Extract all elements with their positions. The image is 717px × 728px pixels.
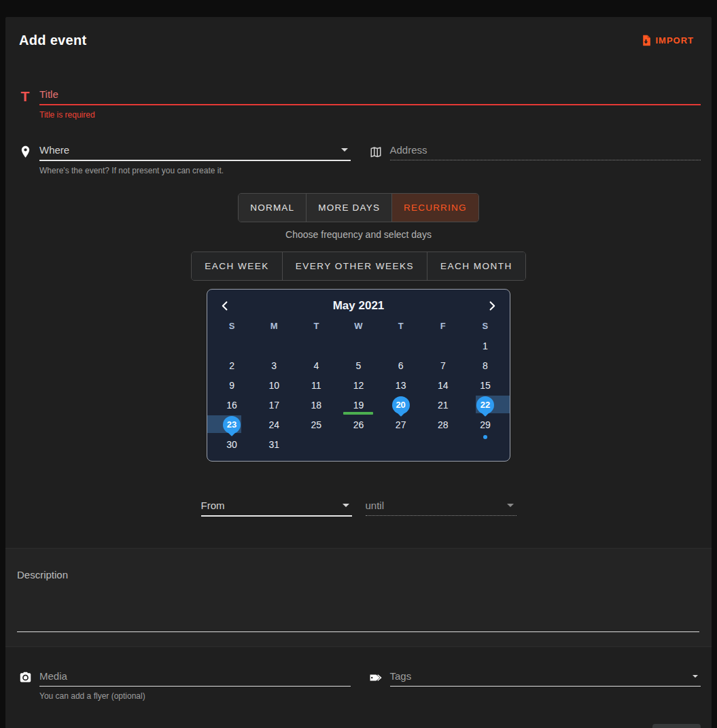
calendar-day-empty <box>422 434 464 454</box>
media-label: Media <box>39 670 67 682</box>
until-placeholder: until <box>366 500 385 511</box>
tags-field-row: Tags <box>367 670 701 701</box>
camera-icon <box>16 670 34 683</box>
calendar-day[interactable]: 17 <box>253 395 295 415</box>
description-input[interactable] <box>17 631 699 632</box>
calendar-day[interactable]: 25 <box>295 415 337 434</box>
where-select[interactable]: Where <box>39 144 351 161</box>
tags-label: Tags <box>390 670 412 682</box>
frequency-options: EACH WEEK EVERY OTHER WEEKS EACH MONTH <box>14 252 703 281</box>
calendar-day[interactable]: 30 <box>211 434 253 454</box>
calendar-day-empty <box>253 336 295 356</box>
tab-normal[interactable]: NORMAL <box>239 194 307 222</box>
tab-more-days[interactable]: MORE DAYS <box>307 194 392 222</box>
add-event-dialog: Add event IMPORT T Title Title is requir… <box>5 17 712 728</box>
page-title: Add event <box>19 33 86 48</box>
weekday-label: M <box>253 318 295 334</box>
calendar-day[interactable]: 23 <box>211 415 253 434</box>
title-placeholder: Title <box>39 88 58 100</box>
dialog-header: Add event IMPORT <box>14 28 703 49</box>
tags-icon <box>367 670 385 684</box>
media-input[interactable]: Media <box>39 670 351 687</box>
chevron-down-icon <box>693 675 698 678</box>
calendar-day[interactable]: 9 <box>211 375 253 395</box>
calendar-day[interactable]: 6 <box>380 356 422 375</box>
calendar-day[interactable]: 15 <box>464 375 506 395</box>
media-tags-row: Media You can add a flyer (optional) Tag… <box>14 670 703 701</box>
calendar-day[interactable]: 27 <box>380 415 422 434</box>
calendar-day-empty <box>337 336 379 356</box>
time-range-row: From until <box>14 500 703 517</box>
calendar-day[interactable]: 20 <box>380 395 422 415</box>
weekday-label: W <box>337 318 379 334</box>
description-label: Description <box>17 569 68 580</box>
file-import-icon <box>640 35 652 46</box>
calendar-day[interactable]: 19 <box>337 395 379 415</box>
from-select[interactable]: From <box>201 500 352 517</box>
calendar-next-button[interactable] <box>486 299 498 313</box>
calendar-day[interactable]: 21 <box>422 395 464 415</box>
weekday-label: S <box>464 318 506 334</box>
address-field-row: Address <box>367 144 701 175</box>
until-select[interactable]: until <box>366 500 517 516</box>
calendar-day-empty <box>295 336 337 356</box>
chevron-down-icon <box>343 504 349 507</box>
calendar-day[interactable]: 26 <box>337 415 379 434</box>
calendar-day[interactable]: 11 <box>295 375 337 395</box>
calendar-day-empty <box>295 434 337 454</box>
calendar-day[interactable]: 28 <box>422 415 464 434</box>
calendar-day[interactable]: 5 <box>337 356 379 375</box>
where-field-row: Where Where's the event? If not present … <box>16 144 351 175</box>
where-helper-text: Where's the event? If not present you ca… <box>39 166 351 175</box>
calendar-day[interactable]: 7 <box>422 356 464 375</box>
calendar-day[interactable]: 8 <box>464 356 506 375</box>
calendar-day[interactable]: 31 <box>253 434 295 454</box>
page: Add event IMPORT T Title Title is requir… <box>0 0 717 728</box>
weekday-label: T <box>295 318 337 334</box>
calendar-day[interactable]: 16 <box>211 395 253 415</box>
actions-row: SEND <box>14 724 703 728</box>
calendar-grid: 1234567891011121314151617181920212223242… <box>211 336 506 454</box>
where-label: Where <box>39 144 69 156</box>
calendar-day[interactable]: 24 <box>253 415 295 434</box>
import-button[interactable]: IMPORT <box>636 32 698 49</box>
weekday-label: F <box>422 318 464 334</box>
calendar-month-label: May 2021 <box>333 299 385 313</box>
calendar-day[interactable]: 3 <box>253 356 295 375</box>
calendar-day-empty <box>211 336 253 356</box>
from-field-row: From <box>201 500 352 517</box>
event-type-tabs: NORMAL MORE DAYS RECURRING <box>14 193 703 222</box>
location-row: Where Where's the event? If not present … <box>14 144 703 175</box>
calendar-day[interactable]: 14 <box>422 375 464 395</box>
address-input[interactable]: Address <box>390 144 701 160</box>
media-field-row: Media You can add a flyer (optional) <box>16 670 351 701</box>
freq-each-week-button[interactable]: EACH WEEK <box>192 252 283 280</box>
freq-every-other-weeks-button[interactable]: EVERY OTHER WEEKS <box>283 252 427 280</box>
until-field-row: until <box>366 500 517 517</box>
calendar-day[interactable]: 18 <box>295 395 337 415</box>
calendar-day[interactable]: 22 <box>464 395 506 415</box>
calendar-day[interactable]: 10 <box>253 375 295 395</box>
calendar-day[interactable]: 1 <box>464 336 506 356</box>
tags-select[interactable]: Tags <box>390 670 701 687</box>
send-button[interactable]: SEND <box>652 724 701 728</box>
weekday-label: S <box>211 318 253 334</box>
calendar-day[interactable]: 29 <box>464 415 506 434</box>
chevron-down-icon <box>341 148 348 152</box>
calendar-weekday-row: SMTWTFS <box>211 318 506 334</box>
calendar-day-empty <box>422 336 464 356</box>
title-icon: T <box>16 88 34 103</box>
calendar-day[interactable]: 12 <box>337 375 379 395</box>
address-placeholder: Address <box>390 144 427 156</box>
title-input[interactable]: Title <box>39 88 701 105</box>
title-field-row: T Title Title is required <box>14 88 703 120</box>
calendar-day[interactable]: 4 <box>295 356 337 375</box>
tab-recurring[interactable]: RECURRING <box>392 194 478 222</box>
title-error-text: Title is required <box>39 110 701 120</box>
calendar-day[interactable]: 13 <box>380 375 422 395</box>
calendar-prev-button[interactable] <box>219 299 231 313</box>
calendar-day[interactable]: 2 <box>211 356 253 375</box>
freq-each-month-button[interactable]: EACH MONTH <box>427 252 525 280</box>
calendar: May 2021 SMTWTFS 12345678910111213141516… <box>207 289 510 462</box>
calendar-day-empty <box>380 434 422 454</box>
